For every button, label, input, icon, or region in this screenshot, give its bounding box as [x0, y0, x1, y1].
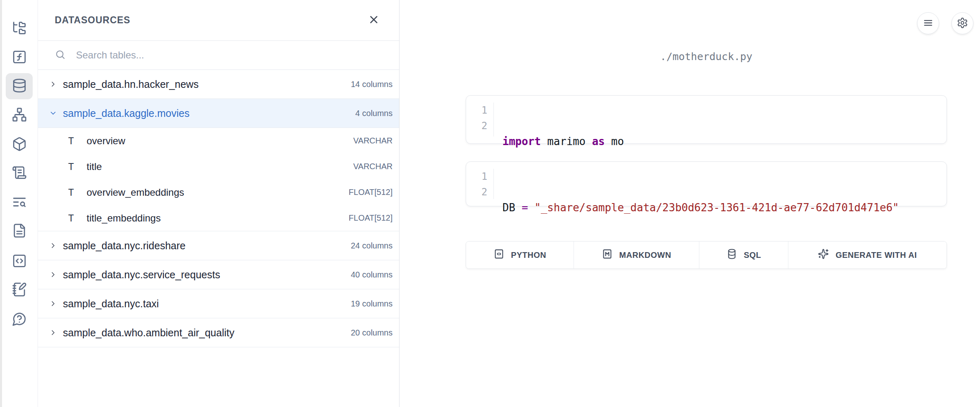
table-name: sample_data.who.ambient_air_quality	[63, 327, 351, 339]
column-name: overview_embeddings	[87, 187, 349, 198]
markdown-square-icon	[602, 248, 613, 262]
column-row-overview[interactable]: T overview VARCHAR	[38, 128, 399, 154]
table-name: sample_data.kaggle.movies	[63, 107, 355, 119]
kaggle-movies-columns: T overview VARCHAR T title VARCHAR T ove…	[38, 128, 399, 231]
code-token: DB	[502, 201, 522, 214]
list-search-icon	[12, 195, 27, 211]
table-name: sample_data.nyc.rideshare	[63, 240, 351, 252]
code-square-icon	[12, 253, 27, 270]
code-token: mo	[605, 135, 624, 148]
code-square-icon	[493, 248, 505, 262]
sparkles-icon	[818, 248, 829, 262]
dependency-graph-icon	[12, 107, 27, 123]
table-column-count: 24 columns	[351, 241, 393, 250]
search-tables-input[interactable]	[76, 49, 321, 61]
datasources-panel: DATASOURCES sample_data.hn.hacker_news 1…	[38, 0, 400, 407]
text-type-icon: T	[68, 136, 78, 146]
add-button-label: MARKDOWN	[619, 250, 671, 260]
settings-button[interactable]	[951, 12, 973, 34]
code-token: as	[592, 135, 605, 148]
file-explorer-button[interactable]	[6, 16, 33, 42]
table-row-taxi[interactable]: sample_data.nyc.taxi 19 columns	[38, 289, 399, 318]
table-row-kaggle-movies[interactable]: sample_data.kaggle.movies 4 columns	[38, 99, 399, 128]
document-icon	[12, 223, 27, 239]
column-row-overview-embeddings[interactable]: T overview_embeddings FLOAT[512]	[38, 179, 399, 205]
code-editor[interactable]: import marimo as mo import duckdb	[494, 103, 947, 136]
add-button-label: SQL	[744, 250, 761, 260]
database-icon	[726, 248, 737, 262]
table-column-count: 14 columns	[351, 80, 393, 89]
generate-with-ai-button[interactable]: GENERATE WITH AI	[788, 242, 947, 268]
code-cell-imports[interactable]: 1 2 import marimo as mo import duckdb	[466, 95, 947, 144]
scratchpad-button[interactable]	[6, 277, 33, 303]
line-number: 1	[466, 103, 487, 118]
tracebacks-button[interactable]	[6, 190, 33, 216]
text-type-icon: T	[68, 161, 78, 172]
column-type: FLOAT[512]	[349, 213, 393, 223]
table-name: sample_data.nyc.taxi	[63, 298, 351, 310]
code-token: marimo	[541, 135, 592, 148]
column-type: VARCHAR	[353, 162, 393, 171]
add-button-label: GENERATE WITH AI	[835, 250, 917, 260]
function-square-icon	[12, 49, 27, 66]
code-token: import	[502, 135, 541, 148]
database-icon	[12, 78, 27, 94]
chevron-right-icon	[49, 300, 57, 308]
code-token: =	[522, 201, 528, 214]
search-row	[38, 41, 399, 70]
code-cell-attach-db[interactable]: 1 2 DB = "_share/sample_data/23b0d623-13…	[466, 161, 947, 206]
logs-scroll-icon	[12, 165, 27, 181]
menu-icon	[922, 17, 934, 30]
close-icon	[368, 13, 380, 27]
logs-button[interactable]	[6, 160, 33, 186]
close-panel-button[interactable]	[365, 11, 383, 29]
code-editor[interactable]: DB = "_share/sample_data/23b0d623-1361-4…	[494, 169, 947, 199]
table-column-count: 19 columns	[351, 299, 393, 309]
line-number: 2	[466, 118, 487, 134]
table-row-rideshare[interactable]: sample_data.nyc.rideshare 24 columns	[38, 231, 399, 260]
documentation-button[interactable]	[6, 218, 33, 244]
functions-button[interactable]	[6, 45, 33, 71]
text-type-icon: T	[68, 187, 78, 198]
add-button-label: PYTHON	[511, 250, 546, 260]
line-number-gutter: 1 2	[466, 169, 494, 199]
package-icon	[12, 136, 27, 153]
packages-button[interactable]	[6, 132, 33, 158]
column-name: title	[87, 161, 353, 172]
line-number: 1	[466, 169, 487, 184]
add-cell-bar: PYTHON MARKDOWN SQL GENERATE WITH AI	[466, 241, 947, 269]
dependencies-button[interactable]	[6, 102, 33, 128]
datasources-button[interactable]	[6, 73, 33, 99]
column-row-title-embeddings[interactable]: T title_embeddings FLOAT[512]	[38, 205, 399, 231]
chevron-right-icon	[49, 271, 57, 279]
table-column-count: 20 columns	[351, 328, 393, 338]
table-row-service-requests[interactable]: sample_data.nyc.service_requests 40 colu…	[38, 260, 399, 289]
folder-tree-icon	[12, 20, 27, 37]
notebook-menu-button[interactable]	[917, 12, 939, 34]
add-sql-cell-button[interactable]: SQL	[699, 242, 788, 268]
add-markdown-cell-button[interactable]: MARKDOWN	[574, 242, 699, 268]
notebook-pen-icon	[12, 282, 27, 298]
line-number-gutter: 1 2	[466, 103, 494, 136]
chevron-right-icon	[49, 242, 57, 250]
table-name: sample_data.hn.hacker_news	[63, 78, 351, 90]
help-chat-icon	[12, 311, 27, 328]
add-python-cell-button[interactable]: PYTHON	[466, 242, 574, 268]
line-number: 2	[466, 184, 487, 200]
search-icon	[55, 49, 66, 62]
table-column-count: 4 columns	[355, 109, 393, 118]
help-button[interactable]	[6, 306, 33, 333]
left-icon-rail	[2, 0, 38, 407]
chevron-down-icon	[49, 109, 57, 117]
table-row-ambient-air-quality[interactable]: sample_data.who.ambient_air_quality 20 c…	[38, 318, 399, 347]
column-name: overview	[87, 135, 353, 147]
column-row-title[interactable]: T title VARCHAR	[38, 154, 399, 179]
table-name: sample_data.nyc.service_requests	[63, 269, 351, 281]
marimo-app: DATASOURCES sample_data.hn.hacker_news 1…	[0, 0, 980, 407]
column-type: FLOAT[512]	[349, 188, 393, 197]
snippets-button[interactable]	[6, 248, 33, 275]
table-row-hacker-news[interactable]: sample_data.hn.hacker_news 14 columns	[38, 70, 399, 99]
code-token	[528, 201, 535, 214]
panel-header: DATASOURCES	[38, 0, 399, 41]
table-column-count: 40 columns	[351, 270, 393, 280]
